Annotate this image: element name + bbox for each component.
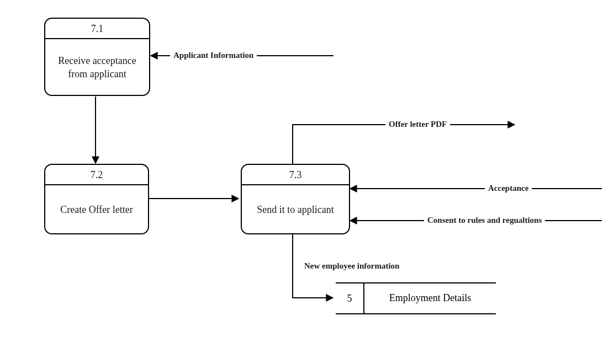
- flow-label-new-emp: New employee information: [301, 261, 403, 271]
- process-id: 7.1: [45, 19, 149, 39]
- process-id: 7.2: [45, 165, 148, 185]
- datastore-name: Employment Details: [364, 283, 496, 313]
- process-7-3: 7.3 Send it to applicant: [241, 164, 350, 234]
- process-name: Receive acceptance from applicant: [45, 39, 149, 95]
- process-id: 7.3: [242, 165, 349, 185]
- flow-label-applicant-info: Applicant Information: [170, 51, 257, 60]
- flow-label-offer-pdf: Offer letter PDF: [385, 120, 450, 129]
- process-7-2: 7.2 Create Offer letter: [44, 164, 149, 234]
- process-7-1: 7.1 Receive acceptance from applicant: [44, 18, 150, 96]
- flow-label-acceptance: Acceptance: [485, 184, 532, 193]
- datastore-id: 5: [336, 283, 364, 313]
- datastore-5: 5 Employment Details: [336, 282, 496, 314]
- process-name: Send it to applicant: [242, 185, 349, 234]
- process-name: Create Offer letter: [45, 185, 148, 234]
- flow-label-consent: Consent to rules and regualtions: [424, 216, 545, 225]
